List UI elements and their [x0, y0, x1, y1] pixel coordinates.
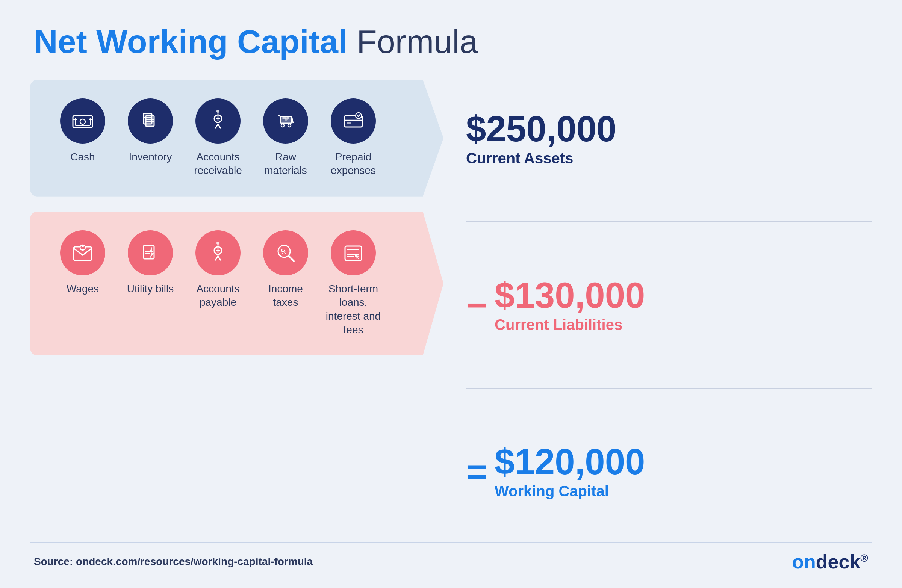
liabilities-amount-group: $130,000 Current Liabilities: [495, 277, 645, 333]
svg-point-14: [216, 110, 219, 113]
source-label: Source:: [34, 556, 73, 567]
utility-icon-circle: [128, 230, 173, 275]
asset-item-cash: Cash: [53, 99, 113, 164]
formula-divider-1: [466, 221, 872, 222]
svg-rect-0: [73, 116, 92, 128]
loans-label: Short-term loans,interest and fees: [316, 282, 391, 337]
current-assets-amount: $250,000: [466, 111, 872, 147]
source-url: ondeck.com/resources/working-capital-for…: [76, 556, 313, 567]
current-assets-label: Current Assets: [466, 150, 872, 167]
income-taxes-label: Incometaxes: [268, 282, 303, 310]
current-assets-formula: $250,000 Current Assets: [466, 111, 872, 167]
income-taxes-icon: %: [273, 240, 298, 266]
svg-text:%: %: [281, 249, 287, 255]
svg-rect-30: [144, 246, 154, 259]
liability-item-wages: Wages: [53, 230, 113, 296]
svg-line-38: [289, 256, 294, 261]
equals-operator: =: [466, 451, 487, 493]
liability-item-utility: Utility bills: [120, 230, 180, 296]
accounts-payable-icon-circle: [196, 230, 241, 275]
utility-label: Utility bills: [127, 282, 174, 296]
svg-rect-25: [346, 122, 351, 124]
current-assets-box: Cash: [30, 80, 443, 197]
page-container: Net Working Capital Formula: [0, 0, 902, 588]
utility-icon: [138, 240, 163, 266]
wages-icon-circle: [60, 230, 105, 275]
ondeck-registered: ®: [860, 552, 868, 564]
svg-point-35: [216, 242, 219, 245]
asset-item-accounts-receivable: Accountsreceivable: [188, 99, 248, 178]
result-amount-group: $120,000 Working Capital: [495, 444, 645, 500]
liability-item-income-taxes: % Incometaxes: [255, 230, 316, 310]
cash-icon: [70, 108, 96, 134]
ondeck-logo: ondeck®: [792, 550, 868, 573]
ondeck-deck: deck: [816, 551, 861, 572]
accounts-receivable-icon: [205, 108, 231, 134]
current-liabilities-amount: $130,000: [495, 277, 645, 313]
prepaid-label: Prepaidexpenses: [331, 150, 376, 178]
wages-icon: [70, 240, 96, 266]
svg-point-19: [288, 124, 291, 127]
main-content: Cash: [30, 80, 872, 531]
loans-icon-circle: %: [331, 230, 376, 275]
asset-item-inventory: Inventory: [120, 99, 180, 164]
left-side: Cash: [30, 80, 443, 531]
raw-materials-icon-circle: [263, 99, 308, 144]
title-light: Formula: [357, 23, 478, 60]
prepaid-icon-circle: [331, 99, 376, 144]
prepaid-icon: [340, 108, 366, 134]
cash-label: Cash: [70, 150, 95, 164]
title-bold: Net Working Capital: [34, 23, 347, 60]
liabilities-icon-row: Wages: [53, 230, 421, 337]
svg-point-2: [80, 119, 85, 124]
inventory-label: Inventory: [128, 150, 172, 164]
working-capital-amount: $120,000: [495, 444, 645, 480]
footer-source: Source: ondeck.com/resources/working-cap…: [34, 556, 313, 568]
cash-icon-circle: [60, 99, 105, 144]
raw-materials-label: Rawmaterials: [264, 150, 307, 178]
inventory-icon-circle: [128, 99, 173, 144]
working-capital-formula: = $120,000 Working Capital: [466, 444, 872, 500]
liability-item-accounts-payable: Accountspayable: [188, 230, 248, 310]
ondeck-on: on: [792, 551, 816, 572]
svg-point-29: [81, 245, 84, 247]
raw-materials-icon: [273, 108, 298, 134]
footer: Source: ondeck.com/resources/working-cap…: [30, 542, 872, 573]
accounts-payable-label: Accountspayable: [196, 282, 240, 310]
formula-divider-2: [466, 388, 872, 389]
minus-operator: −: [466, 285, 487, 326]
current-liabilities-formula: − $130,000 Current Liabilities: [466, 277, 872, 333]
loans-icon: %: [340, 240, 366, 266]
current-liabilities-box: Wages: [30, 211, 443, 356]
inventory-icon: [138, 108, 163, 134]
svg-text:%: %: [355, 254, 360, 260]
accounts-receivable-label: Accountsreceivable: [194, 150, 242, 178]
liability-item-loans: % Short-term loans,interest and fees: [323, 230, 384, 337]
title-row: Net Working Capital Formula: [34, 23, 872, 61]
income-taxes-icon-circle: %: [263, 230, 308, 275]
working-capital-label: Working Capital: [495, 483, 645, 500]
assets-icon-row: Cash: [53, 99, 421, 178]
asset-item-prepaid: Prepaidexpenses: [323, 99, 384, 178]
wages-label: Wages: [67, 282, 99, 296]
asset-item-raw-materials: Rawmaterials: [255, 99, 316, 178]
liabilities-formula-row: − $130,000 Current Liabilities: [466, 277, 872, 333]
result-formula-row: = $120,000 Working Capital: [466, 444, 872, 500]
accounts-receivable-icon-circle: [196, 99, 241, 144]
current-liabilities-label: Current Liabilities: [495, 316, 645, 333]
svg-point-22: [285, 118, 288, 120]
right-side: $250,000 Current Assets − $130,000 Curre…: [466, 80, 872, 531]
svg-point-18: [281, 124, 284, 127]
accounts-payable-icon: [205, 240, 231, 266]
